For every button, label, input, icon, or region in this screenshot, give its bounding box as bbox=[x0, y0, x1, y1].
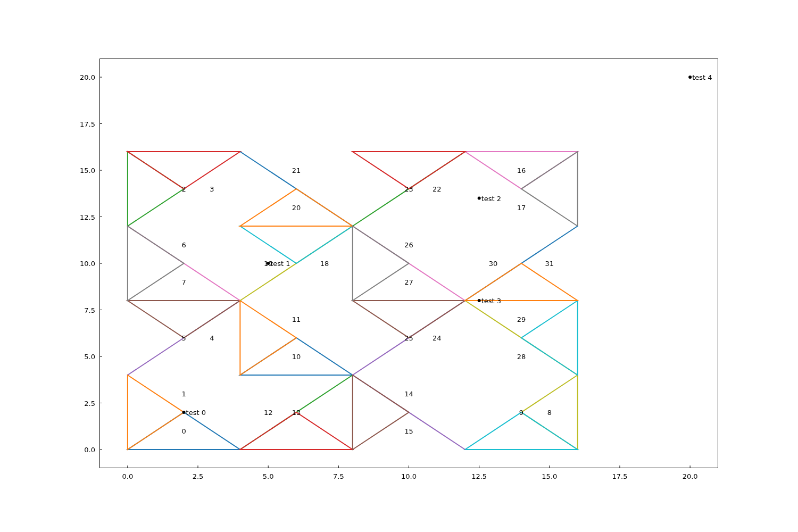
triangle-id-label-9: 9 bbox=[519, 409, 523, 417]
triangle-11 bbox=[240, 301, 296, 375]
test-point-label-0: test 0 bbox=[186, 409, 206, 417]
triangle-id-label-10: 10 bbox=[292, 353, 301, 361]
triangle-id-label-0: 0 bbox=[181, 427, 186, 435]
plot-area bbox=[99, 59, 718, 468]
triangle-id-label-4: 4 bbox=[210, 334, 214, 342]
triangle-id-label-13: 13 bbox=[292, 409, 301, 417]
triangle-id-label-20: 20 bbox=[292, 204, 301, 212]
triangle-15 bbox=[353, 375, 409, 450]
y-tick-label: 5.0 bbox=[84, 353, 95, 361]
x-tick-label: 2.5 bbox=[193, 472, 204, 480]
triangle-29 bbox=[521, 301, 578, 375]
triangle-id-label-14: 14 bbox=[404, 390, 413, 398]
triangle-id-label-27: 27 bbox=[404, 278, 413, 286]
x-tick-label: 0.0 bbox=[122, 472, 134, 480]
y-tick-label: 10.0 bbox=[80, 260, 95, 268]
y-tick-label: 12.5 bbox=[80, 213, 95, 221]
triangle-id-label-12: 12 bbox=[264, 409, 273, 417]
triangle-id-label-23: 23 bbox=[404, 185, 413, 193]
test-point-marker-3 bbox=[478, 299, 481, 302]
triangle-id-label-11: 11 bbox=[292, 315, 301, 323]
triangle-17 bbox=[521, 152, 578, 226]
x-tick-label: 10.0 bbox=[401, 472, 417, 480]
triangle-id-label-26: 26 bbox=[404, 241, 413, 249]
triangle-id-label-6: 6 bbox=[181, 241, 186, 249]
triangle-id-label-5: 5 bbox=[181, 334, 186, 342]
test-point-marker-4 bbox=[688, 76, 692, 79]
y-tick-label: 20.0 bbox=[80, 73, 95, 81]
triangle-id-label-16: 16 bbox=[517, 167, 526, 174]
triangle-27 bbox=[353, 226, 409, 301]
y-tick-label: 0.0 bbox=[84, 446, 95, 454]
figure: 0.02.55.07.510.012.515.017.520.0 0.02.55… bbox=[0, 0, 798, 532]
triangle-id-label-18: 18 bbox=[320, 260, 329, 268]
triangle-id-label-22: 22 bbox=[433, 185, 442, 193]
triangle-id-label-1: 1 bbox=[181, 390, 186, 398]
test-point-label-2: test 2 bbox=[481, 194, 501, 202]
test-point-label-3: test 3 bbox=[481, 297, 501, 305]
test-point-label-4: test 4 bbox=[692, 73, 712, 81]
triangle-id-label-30: 30 bbox=[489, 260, 498, 268]
triangle-1 bbox=[128, 375, 184, 450]
triangle-id-label-28: 28 bbox=[517, 353, 526, 361]
triangle-id-label-3: 3 bbox=[210, 185, 214, 193]
triangle-31 bbox=[465, 263, 577, 301]
y-tick-label: 7.5 bbox=[84, 306, 95, 314]
triangle-19 bbox=[240, 226, 352, 263]
triangle-3 bbox=[128, 152, 240, 189]
triangle-7 bbox=[128, 226, 184, 301]
x-tick-label: 20.0 bbox=[683, 472, 698, 480]
triangle-id-label-2: 2 bbox=[181, 185, 186, 193]
triangle-id-label-8: 8 bbox=[547, 409, 552, 417]
triangle-9 bbox=[465, 412, 577, 450]
triangle-id-label-15: 15 bbox=[404, 427, 413, 435]
test-point-marker-0 bbox=[182, 411, 186, 414]
y-tick-label: 15.0 bbox=[80, 167, 95, 174]
triangle-5 bbox=[128, 301, 240, 338]
triangle-id-label-25: 25 bbox=[404, 334, 413, 342]
test-point-label-1: test 1 bbox=[270, 260, 290, 268]
triangle-id-label-31: 31 bbox=[545, 260, 554, 268]
triangle-id-label-29: 29 bbox=[517, 315, 526, 323]
y-tick-label: 17.5 bbox=[80, 120, 95, 128]
x-tick-label: 7.5 bbox=[333, 472, 344, 480]
x-tick-label: 17.5 bbox=[612, 472, 627, 480]
triangle-id-label-17: 17 bbox=[517, 204, 526, 212]
x-tick-label: 5.0 bbox=[263, 472, 274, 480]
triangle-2 bbox=[128, 152, 184, 226]
test-point-marker-2 bbox=[478, 197, 481, 200]
x-tick-label: 12.5 bbox=[471, 472, 487, 480]
triangle-25 bbox=[353, 301, 465, 338]
triangle-id-label-7: 7 bbox=[181, 278, 186, 286]
triangle-13 bbox=[240, 412, 352, 450]
x-tick-label: 15.0 bbox=[542, 472, 557, 480]
triangle-id-label-21: 21 bbox=[292, 167, 301, 174]
triangle-id-label-24: 24 bbox=[433, 334, 442, 342]
triangle-23 bbox=[353, 152, 465, 189]
y-tick-label: 2.5 bbox=[84, 399, 95, 407]
